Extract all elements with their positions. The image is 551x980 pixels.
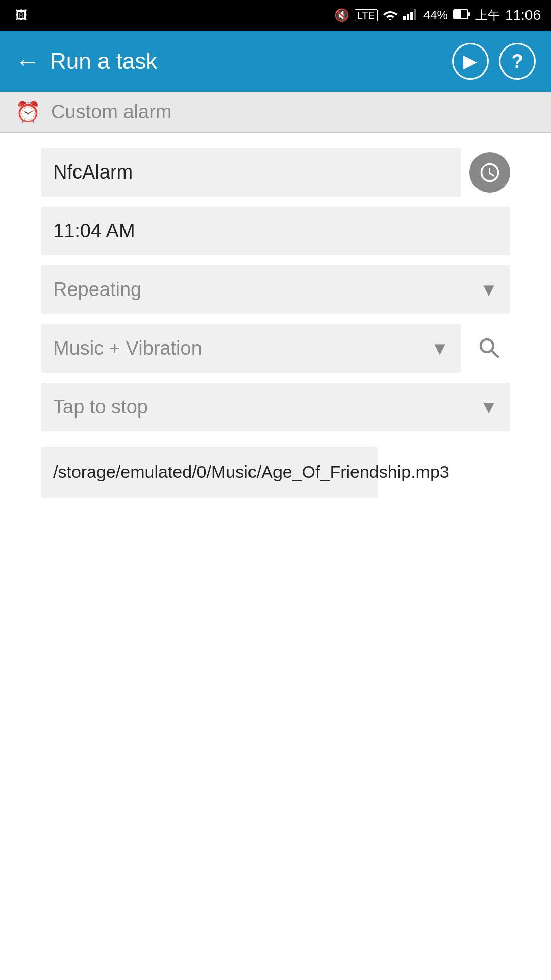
repeat-chevron-icon: ▼ [480,279,498,301]
content-divider [41,513,510,513]
file-path-field[interactable]: /storage/emulated/0/Music/Age_Of_Friends… [41,447,378,498]
alert-type-chevron-icon: ▼ [431,338,449,359]
stop-method-chevron-icon: ▼ [480,397,498,418]
svg-rect-5 [454,10,461,18]
help-icon: ? [511,51,523,72]
battery-percentage: 44% [423,8,448,22]
alert-type-search-button[interactable] [469,328,510,369]
signal-icon [403,8,418,22]
svg-rect-6 [468,12,470,16]
alert-type-row: Music + Vibration ▼ [41,324,510,373]
play-icon: ▶ [463,51,478,72]
section-header: ⏰ Custom alarm [0,92,551,133]
alarm-time-input[interactable]: 11:04 AM [41,207,510,255]
alarm-name-clock-button[interactable] [469,152,510,193]
lte-icon: LTE [355,9,378,21]
app-bar-actions: ▶ ? [452,43,536,80]
alarm-time-row: 11:04 AM [41,207,510,255]
alert-type-value: Music + Vibration [53,337,202,359]
repeat-dropdown[interactable]: Repeating ▼ [41,265,510,314]
stop-method-dropdown[interactable]: Tap to stop ▼ [41,383,510,431]
svg-rect-0 [403,16,406,20]
alarm-name-row: NfcAlarm [41,148,510,197]
alarm-name-input[interactable]: NfcAlarm [41,148,461,197]
alert-type-dropdown[interactable]: Music + Vibration ▼ [41,324,461,373]
image-icon: 🖼 [15,9,28,21]
alarm-icon: ⏰ [15,100,41,124]
alarm-name-value: NfcAlarm [53,161,133,183]
status-time: 11:06 [505,7,541,23]
alarm-time-value: 11:04 AM [53,220,135,242]
clock-icon [479,161,501,184]
stop-method-value: Tap to stop [53,396,148,418]
alarm-name-field-group: NfcAlarm [41,148,510,197]
repeat-value: Repeating [53,279,141,301]
alert-type-group: Music + Vibration ▼ [41,324,510,373]
page-title: Run a task [50,48,442,74]
mute-icon: 🔇 [334,9,349,21]
chinese-time: 上午 [475,9,500,21]
back-button[interactable]: ← [15,47,40,76]
repeat-row: Repeating ▼ [41,265,510,314]
svg-rect-3 [414,9,416,20]
play-button[interactable]: ▶ [452,43,489,80]
svg-rect-2 [410,12,413,20]
stop-method-row: Tap to stop ▼ [41,383,510,431]
battery-icon [453,9,470,22]
svg-rect-1 [407,14,409,20]
app-bar: ← Run a task ▶ ? [0,31,551,92]
file-path-row: /storage/emulated/0/Music/Age_Of_Friends… [41,447,510,498]
search-icon [476,335,504,362]
help-button[interactable]: ? [499,43,536,80]
wifi-icon [383,8,398,22]
file-path-value: /storage/emulated/0/Music/Age_Of_Friends… [53,462,449,481]
section-title: Custom alarm [51,101,172,123]
status-bar: 🖼 🔇 LTE 44% 上午 11:06 [0,0,551,31]
content-area: NfcAlarm 11:04 AM Repeating ▼ Music + Vi… [0,133,551,529]
